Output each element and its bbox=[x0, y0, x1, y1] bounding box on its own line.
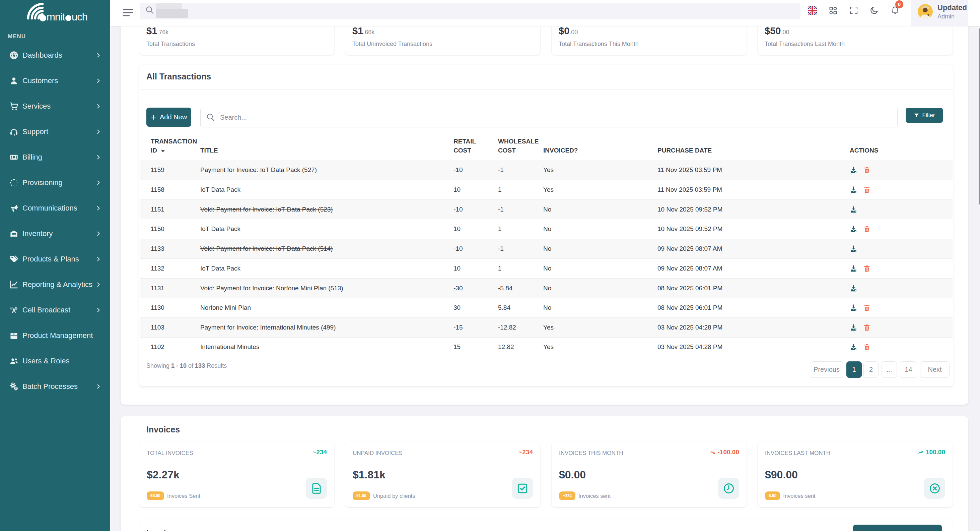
svg-text:uch: uch bbox=[72, 11, 88, 23]
svg-text:mnit: mnit bbox=[46, 11, 65, 23]
